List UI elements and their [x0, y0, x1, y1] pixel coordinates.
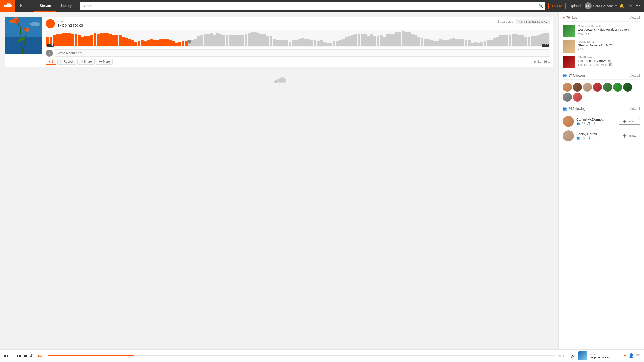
track-tag[interactable]: #Folk & Singer-Songw...	[516, 19, 550, 24]
follower-avatar-2[interactable]	[573, 83, 582, 92]
follower-avatar-7[interactable]	[623, 83, 632, 92]
following-avatar-2[interactable]	[563, 130, 574, 141]
track-artwork[interactable]	[5, 17, 42, 54]
comment-stat-count: 1	[548, 60, 550, 63]
play-stat-count: 21	[537, 60, 541, 63]
following-icon: 👥	[563, 107, 567, 111]
messages-button[interactable]: ✉	[627, 4, 633, 8]
soundcloud-divider	[5, 71, 553, 90]
more-dots-icon: •••	[99, 60, 102, 63]
follow-button-2[interactable]: ➕ Follow	[619, 133, 640, 139]
comment-icon-3: 💬	[609, 63, 612, 66]
follower-avatar-1[interactable]	[563, 83, 572, 92]
user-avatar: SC	[585, 2, 592, 9]
sidebar-track-title-2[interactable]: Shelby Darrall - DEMOS	[578, 43, 640, 47]
like-count-sidebar-1: ♥ 3	[585, 32, 589, 35]
like-button[interactable]: ♥ 1	[46, 59, 56, 65]
following-title: 👥 24 following	[563, 107, 586, 111]
more-button[interactable]: ••• More	[96, 59, 113, 65]
following-avatar-1[interactable]	[563, 116, 574, 127]
play-stat-icon: ▶	[534, 60, 537, 63]
follow-icon-2: ➕	[623, 134, 626, 138]
heart-icon-2: ♥	[578, 48, 580, 51]
waveform[interactable]: 0:53 3:17	[46, 30, 550, 47]
track-meta-left: ⏸ char skipping rocks	[46, 19, 83, 28]
following-followers-count-1: 58	[582, 122, 585, 125]
sidebar-track-info-1: Cammi McDermott west coast city (tucker …	[578, 25, 640, 35]
follow-button-1[interactable]: ➕ Follow	[619, 118, 640, 125]
svg-point-26	[276, 80, 277, 83]
follower-avatar-6[interactable]	[613, 83, 622, 92]
sidebar-track-title-3[interactable]: call me cherry (rewrite)	[578, 59, 640, 63]
sidebar-track-item: Cammi McDermott west coast city (tucker …	[563, 25, 640, 37]
track-artist[interactable]: char	[57, 20, 83, 23]
comment-stat-icon: 💬	[544, 60, 547, 63]
sidebar-track-info-3: Mia Giovina call me cherry (rewrite) ▶ 9…	[578, 56, 640, 66]
svg-point-3	[5, 4, 7, 7]
follow-icon-1: ➕	[623, 120, 626, 123]
follow-label-1: Follow	[627, 120, 636, 123]
sidebar-track-title-1[interactable]: west coast city (tucker rivera cover)	[578, 28, 640, 31]
search-input[interactable]	[82, 4, 538, 8]
following-name-1[interactable]: Cammi McDermott	[576, 118, 616, 121]
sidebar: ♥ 79 likes View all Cammi McDermott west…	[558, 12, 644, 349]
sidebar-track-artist-2: Shelby Darrall	[578, 40, 640, 43]
notifications-button[interactable]: 🔔	[618, 4, 626, 8]
more-options-button[interactable]: •••	[634, 4, 641, 8]
follower-avatar-5[interactable]	[603, 83, 612, 92]
chevron-down-icon: ▾	[615, 4, 617, 8]
svg-point-23	[280, 77, 282, 83]
repost-label: Repost	[64, 60, 73, 63]
svg-point-4	[4, 5, 6, 7]
play-pause-button[interactable]: ⏸	[46, 19, 55, 28]
waveform-comment-avatar	[187, 39, 191, 44]
followers-view-all[interactable]: View all	[630, 74, 640, 77]
svg-point-5	[4, 5, 4, 7]
upload-button[interactable]: Upload	[567, 3, 584, 9]
track-header: ⏸ char skipping rocks 2 years ago #Folk …	[46, 19, 550, 28]
follower-avatar-4[interactable]	[593, 83, 602, 92]
likes-view-all[interactable]: View all	[630, 16, 640, 19]
share-button[interactable]: ↗ Share	[77, 59, 95, 65]
logo-button[interactable]	[0, 0, 15, 12]
likes-title: ♥ 79 likes	[563, 16, 577, 19]
follower-avatar-3[interactable]	[583, 83, 592, 92]
followers-title: 👥 17 followers	[563, 74, 586, 77]
following-followers-count-2: 55	[582, 136, 585, 140]
nav-stream[interactable]: Stream	[34, 0, 56, 12]
play-icon-3: ▶	[578, 63, 580, 66]
heart-icon: ♥	[49, 60, 50, 63]
track-title[interactable]: skipping rocks	[57, 23, 83, 28]
sidebar-track-thumb-3[interactable]	[563, 56, 575, 68]
like-count-sidebar-2: ♥ 11	[578, 48, 583, 51]
comment-input[interactable]	[55, 49, 550, 57]
sidebar-track-stats-2: ♥ 11	[578, 48, 640, 51]
try-pro-button[interactable]: Try Pro	[548, 3, 566, 9]
play-stat: ▶ 21	[534, 60, 541, 63]
following-name-2[interactable]: Shelby Darrall	[576, 132, 616, 136]
track-art-image	[5, 17, 42, 54]
soundcloud-logo-icon	[4, 3, 12, 9]
sidebar-track-thumb-1[interactable]	[563, 25, 575, 37]
follower-avatar-8[interactable]	[563, 93, 572, 102]
main-layout: ⏸ char skipping rocks 2 years ago #Folk …	[0, 12, 644, 349]
nav-home[interactable]: Home	[15, 0, 34, 12]
sidebar-track-artist-1: Cammi McDermott	[578, 25, 640, 28]
user-area[interactable]: SC Sara Carbone ▾	[585, 2, 617, 9]
repost-button[interactable]: ↻ Repost	[57, 59, 76, 65]
repost-count-3: ↻ 55	[601, 63, 607, 66]
play-count-3: ▶ 98.5K	[578, 63, 588, 66]
repost-icon-3: ↻	[601, 63, 603, 66]
follower-avatar-9[interactable]	[573, 93, 582, 102]
following-followers-icon-1: 👥	[576, 122, 580, 125]
sidebar-track-item: Mia Giovina call me cherry (rewrite) ▶ 9…	[563, 56, 640, 68]
play-count-1: ▶ 50	[578, 32, 583, 35]
svg-point-22	[282, 77, 284, 83]
comment-stat: 💬 1	[544, 60, 550, 63]
soundcloud-watermark	[273, 76, 286, 83]
followers-count-label: 17 followers	[568, 74, 586, 77]
sidebar-track-thumb-2[interactable]	[563, 40, 575, 53]
search-icon[interactable]: 🔍	[539, 4, 543, 8]
following-view-all[interactable]: View all	[630, 107, 640, 111]
nav-library[interactable]: Library	[56, 0, 77, 12]
